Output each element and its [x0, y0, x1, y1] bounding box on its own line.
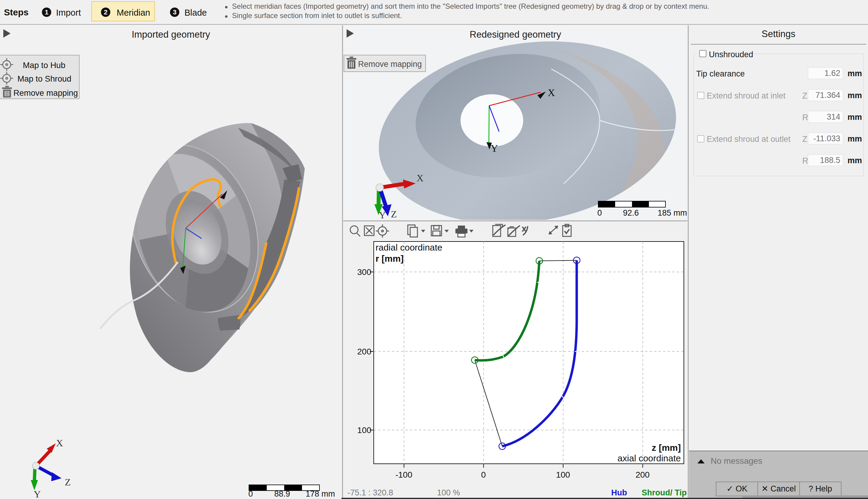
svg-text:92.6: 92.6 — [623, 208, 639, 217]
svg-text:Shroud/ Tip: Shroud/ Tip — [642, 488, 687, 497]
svg-text:100: 100 — [556, 470, 570, 479]
svg-text:200: 200 — [357, 347, 371, 356]
svg-text:r [mm]: r [mm] — [376, 254, 404, 264]
svg-text:200: 200 — [635, 470, 650, 479]
svg-text:z [mm]: z [mm] — [652, 443, 681, 453]
svg-text:185 mm: 185 mm — [658, 208, 687, 217]
svg-text:0: 0 — [481, 470, 486, 479]
svg-text:Z: Z — [65, 477, 71, 488]
svg-text:300: 300 — [357, 267, 371, 277]
svg-text:Y: Y — [491, 143, 498, 154]
svg-text:Y: Y — [34, 489, 41, 499]
svg-text:100 %: 100 % — [437, 488, 460, 497]
svg-text:0: 0 — [597, 208, 602, 217]
svg-text:radial coordinate: radial coordinate — [376, 242, 442, 252]
svg-text:X: X — [548, 87, 555, 98]
svg-text:Z: Z — [391, 209, 397, 220]
svg-text:X: X — [417, 172, 424, 183]
svg-text:axial coordinate: axial coordinate — [618, 453, 681, 463]
svg-text:-75.1 : 320.8: -75.1 : 320.8 — [347, 488, 393, 497]
svg-text:Y: Y — [379, 210, 386, 220]
svg-text:178 mm: 178 mm — [306, 489, 335, 498]
svg-text:Hub: Hub — [611, 488, 627, 497]
svg-text:0: 0 — [248, 489, 253, 498]
svg-text:Remove mapping: Remove mapping — [358, 60, 422, 69]
svg-text:-100: -100 — [395, 470, 412, 479]
svg-text:100: 100 — [357, 426, 371, 435]
svg-text:X: X — [56, 438, 63, 448]
svg-text:88.9: 88.9 — [274, 489, 290, 498]
